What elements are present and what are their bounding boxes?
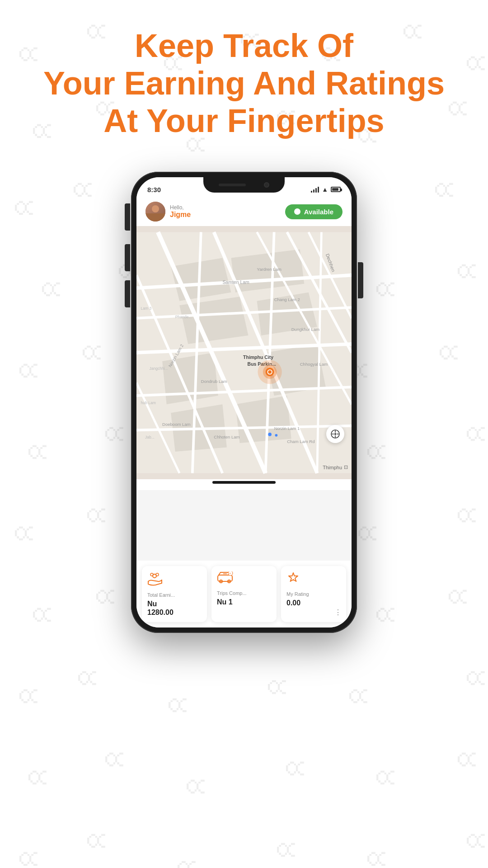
rating-card: My Rating 0.00 ⋮ <box>281 566 346 622</box>
signal-icon <box>311 186 319 193</box>
svg-point-48 <box>268 370 272 374</box>
thimphu-label: Thimphu ⊡ <box>323 464 348 470</box>
svg-text:Cham Lam Rd: Cham Lam Rd <box>287 439 314 444</box>
swirl-decoration: 𑁛 <box>280 750 312 787</box>
swirl-decoration: 𑁛 <box>461 823 488 859</box>
header-line1: Keep Track Of <box>135 28 353 64</box>
battery-icon <box>331 187 341 192</box>
home-indicator-area <box>136 479 352 490</box>
swirl-decoration: 𑁛 <box>99 741 131 778</box>
bottom-cards: Total Earni... Nu 1280.00 + <box>136 561 352 627</box>
svg-text:Chhoten Lam: Chhoten Lam <box>214 434 239 439</box>
swirl-decoration: 𑁛 <box>443 579 474 615</box>
header-title: Keep Track Of Your Earning And Ratings A… <box>36 27 452 139</box>
swirl-decoration: 𑁛 <box>68 172 99 208</box>
trips-label: Trips Comp... <box>217 590 271 596</box>
user-info: Hello, Jigme <box>145 202 191 222</box>
svg-point-49 <box>268 433 272 436</box>
swirl-decoration: 𑁛 <box>14 841 45 868</box>
avatar <box>145 202 165 222</box>
home-bar <box>212 481 276 484</box>
svg-text:Jangchhi...: Jangchhi... <box>150 366 168 371</box>
notch-speaker <box>219 184 246 186</box>
app-header: Hello, Jigme Available <box>136 197 352 226</box>
phone-mockup: 8:30 ▲ Hello, <box>131 172 357 633</box>
swirl-decoration: 𑁛 <box>352 515 384 552</box>
rating-label: My Rating <box>286 591 341 597</box>
avatar-image <box>145 202 165 222</box>
swirl-decoration: 𑁛 <box>371 271 402 307</box>
user-name: Jigme <box>170 211 191 219</box>
header-line2: Your Earning And Ratings <box>43 65 445 101</box>
header-section: Keep Track Of Your Earning And Ratings A… <box>0 27 488 139</box>
phone-notch <box>203 177 285 193</box>
header-line3: At Your Fingertips <box>103 103 384 139</box>
swirl-decoration: 𑁛 <box>361 841 393 868</box>
svg-text:Samten Lam: Samten Lam <box>222 280 249 285</box>
available-toggle[interactable]: Available <box>285 204 343 219</box>
swirl-decoration: 𑁛 <box>371 597 402 633</box>
swirl-decoration: 𑁛 <box>14 353 45 389</box>
swirl-decoration: 𑁛 <box>434 335 465 371</box>
swirl-decoration: 𑁛 <box>181 769 212 805</box>
status-time: 8:30 <box>147 186 161 193</box>
map-area: Samten Lam Norzin Lam 2 Dondrub Lam Yard… <box>136 226 352 479</box>
swirl-decoration: 𑁛 <box>99 416 131 452</box>
notch-camera <box>264 182 269 188</box>
earnings-value: Nu 1280.00 <box>147 599 202 617</box>
more-options-button[interactable]: ⋮ <box>334 608 342 617</box>
status-icons: ▲ <box>311 186 341 193</box>
svg-text:Thimphu City: Thimphu City <box>243 355 273 360</box>
svg-text:Jab...: Jab... <box>145 435 155 439</box>
available-dot <box>294 208 300 215</box>
swirl-decoration: 𑁛 <box>262 669 294 705</box>
svg-text:Dondrub Lam: Dondrub Lam <box>201 379 227 384</box>
user-greeting: Hello, <box>170 204 191 211</box>
rating-value: 0.00 <box>286 599 341 607</box>
svg-text:+: + <box>229 572 231 575</box>
map-svg: Samten Lam Norzin Lam 2 Dondrub Lam Yard… <box>136 226 352 479</box>
swirl-decoration: 𑁛 <box>23 434 54 470</box>
svg-text:Lam 3: Lam 3 <box>141 306 152 311</box>
svg-text:Yardren Lam: Yardren Lam <box>257 267 282 272</box>
svg-text:Chang Lam 2: Chang Lam 2 <box>274 297 300 302</box>
swirl-decoration: 𑁛 <box>9 515 41 552</box>
svg-text:Phande...: Phande... <box>175 315 192 319</box>
swirl-decoration: 𑁛 <box>452 741 483 778</box>
rating-icon <box>286 571 341 588</box>
swirl-decoration: 𑁛 <box>429 172 461 208</box>
svg-text:hub Lam: hub Lam <box>141 401 156 405</box>
swirl-decoration: 𑁛 <box>172 850 203 868</box>
available-label: Available <box>304 208 333 216</box>
wifi-icon: ▲ <box>322 186 328 193</box>
swirl-decoration: 𑁛 <box>271 832 303 868</box>
swirl-decoration: 𑁛 <box>361 434 393 470</box>
swirl-decoration: 𑁛 <box>81 497 113 533</box>
svg-text:Norzin Lam 1: Norzin Lam 1 <box>274 426 300 431</box>
swirl-decoration: 𑁛 <box>461 660 488 696</box>
swirl-decoration: 𑁛 <box>90 579 122 615</box>
trips-icon: + <box>217 571 271 587</box>
swirl-decoration: 𑁛 <box>461 416 488 452</box>
earnings-label: Total Earni... <box>147 592 202 598</box>
swirl-decoration: 𑁛 <box>77 335 108 371</box>
svg-text:Chhogyal Lam: Chhogyal Lam <box>300 362 328 367</box>
earnings-icon <box>147 571 202 589</box>
swirl-decoration: 𑁛 <box>163 687 194 723</box>
swirl-decoration: 𑁛 <box>452 497 483 533</box>
trips-card: + Trips Comp... Nu 1 <box>211 566 277 622</box>
swirl-decoration: 𑁛 <box>452 253 483 289</box>
thimphu-text: Thimphu <box>323 465 342 470</box>
swirl-decoration: 𑁛 <box>36 271 68 307</box>
trips-value: Nu 1 <box>217 598 271 606</box>
map-attribution-icon: ⊡ <box>344 464 348 470</box>
swirl-decoration: 𑁛 <box>14 678 45 714</box>
svg-point-50 <box>275 434 278 437</box>
phone-outer: 8:30 ▲ Hello, <box>131 172 357 633</box>
swirl-decoration: 𑁛 <box>72 660 104 696</box>
svg-point-52 <box>334 433 336 435</box>
svg-text:Dungkhor Lam: Dungkhor Lam <box>291 327 319 332</box>
swirl-decoration: 𑁛 <box>343 678 375 714</box>
compass-button[interactable] <box>326 425 344 443</box>
swirl-decoration: 𑁛 <box>371 760 402 796</box>
